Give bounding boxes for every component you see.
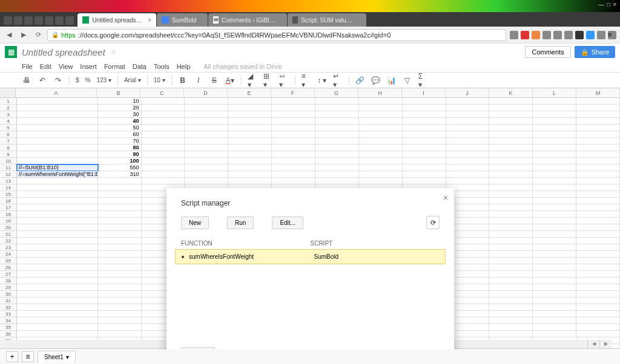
cell-G9[interactable] [315, 151, 359, 158]
row-header[interactable]: 24 [0, 251, 17, 258]
cell-A5[interactable] [17, 125, 98, 131]
cell-G1[interactable] [315, 98, 359, 105]
row-header[interactable]: 15 [0, 191, 17, 198]
cell-K13[interactable] [489, 178, 533, 184]
cell-A13[interactable] [17, 178, 98, 184]
cell-A25[interactable] [17, 258, 98, 264]
cell-C11[interactable] [142, 164, 185, 171]
cell-K23[interactable] [489, 244, 533, 251]
cell-L7[interactable] [533, 138, 576, 145]
cell-G3[interactable] [315, 111, 359, 118]
cell-A28[interactable] [17, 278, 98, 284]
cell-E1[interactable] [228, 98, 272, 105]
italic-icon[interactable]: I [194, 76, 203, 85]
cell-I12[interactable] [403, 171, 446, 178]
redo-icon[interactable]: ↷ [53, 76, 63, 85]
cell-E3[interactable] [228, 111, 272, 118]
cell-E10[interactable] [228, 158, 272, 164]
row-header[interactable]: 26 [0, 264, 17, 271]
browser-tab[interactable]: SumBold× [157, 13, 208, 27]
cell-L36[interactable] [533, 331, 576, 337]
cell-L18[interactable] [533, 211, 576, 218]
row-header[interactable]: 25 [0, 258, 17, 264]
cell-B8[interactable]: 80 [98, 145, 142, 151]
cell-J9[interactable] [446, 151, 490, 158]
cell-I5[interactable] [403, 125, 446, 131]
cell-A22[interactable] [17, 238, 98, 244]
cell-H3[interactable] [359, 111, 403, 118]
cell-L4[interactable] [533, 118, 576, 125]
cell-L12[interactable] [533, 171, 576, 178]
cell-I1[interactable] [403, 98, 446, 105]
row-header[interactable]: 21 [0, 231, 17, 238]
cell-J13[interactable] [446, 178, 490, 184]
cell-K5[interactable] [489, 125, 533, 131]
cell-D5[interactable] [185, 125, 228, 131]
col-header-L[interactable]: L [533, 88, 576, 97]
script-row[interactable]: sumWhereIsFontWeight SumBold [175, 249, 446, 264]
cell-B15[interactable] [98, 191, 142, 198]
dialog-close-icon[interactable]: × [443, 193, 448, 203]
sheet-tab[interactable]: Sheet1 ▾ [38, 351, 76, 363]
cell-F1[interactable] [272, 98, 315, 105]
link-icon[interactable]: 🔗 [355, 76, 365, 85]
cell-H11[interactable] [359, 164, 403, 171]
fill-color-icon[interactable]: ◢ ▾ [248, 76, 257, 85]
col-header-J[interactable]: J [446, 88, 489, 97]
tray-icon[interactable] [55, 16, 64, 25]
cell-A7[interactable] [17, 138, 98, 145]
cell-K3[interactable] [489, 111, 533, 118]
cell-K16[interactable] [489, 198, 533, 204]
row-header[interactable]: 11 [0, 164, 17, 171]
reload-icon[interactable]: ⟳ [33, 30, 44, 41]
filter-icon[interactable]: ▽ [403, 76, 412, 85]
cell-B30[interactable] [98, 291, 142, 297]
tray-icon[interactable] [35, 16, 43, 25]
cell-C7[interactable] [142, 138, 185, 145]
doc-title[interactable]: Untitled spreadsheet [22, 47, 105, 57]
cell-L21[interactable] [533, 231, 576, 238]
cell-F7[interactable] [272, 138, 315, 145]
menu-tools[interactable]: Tools [154, 63, 170, 70]
row-header[interactable]: 16 [0, 198, 17, 204]
chevron-down-icon[interactable]: ▾ [66, 354, 69, 360]
col-header-C[interactable]: C [140, 88, 184, 97]
cell-C5[interactable] [142, 125, 185, 131]
col-header-F[interactable]: F [271, 88, 315, 97]
cell-C3[interactable] [142, 111, 185, 118]
cell-F4[interactable] [272, 118, 315, 125]
cell-G13[interactable] [315, 178, 359, 184]
cell-M16[interactable] [576, 198, 620, 204]
cell-L5[interactable] [533, 125, 576, 131]
menu-file[interactable]: File [22, 63, 33, 70]
tab-close-icon[interactable]: × [358, 17, 362, 24]
cell-B25[interactable] [98, 258, 142, 264]
row-header[interactable]: 8 [0, 145, 17, 151]
cell-L33[interactable] [533, 311, 576, 317]
cell-M22[interactable] [576, 238, 620, 244]
cell-B22[interactable] [98, 238, 142, 244]
ext-icon[interactable] [575, 31, 584, 39]
cell-B18[interactable] [98, 211, 142, 218]
cell-A4[interactable] [17, 118, 98, 125]
cell-K26[interactable] [489, 264, 533, 271]
cell-H10[interactable] [359, 158, 403, 164]
valign-icon[interactable]: ↕ ▾ [317, 76, 327, 85]
cell-M32[interactable] [576, 304, 620, 311]
row-header[interactable]: 9 [0, 151, 17, 158]
row-header[interactable]: 33 [0, 311, 17, 317]
cell-H4[interactable] [359, 118, 403, 125]
ext-icon[interactable] [510, 31, 518, 39]
menu-format[interactable]: Format [104, 63, 125, 70]
cell-C2[interactable] [142, 105, 185, 111]
cell-B34[interactable] [98, 317, 142, 324]
cell-B12[interactable]: 310 [98, 171, 142, 178]
cell-K32[interactable] [489, 304, 533, 311]
row-header[interactable]: 23 [0, 244, 17, 251]
cell-G12[interactable] [315, 171, 359, 178]
cell-D2[interactable] [185, 105, 228, 111]
cell-M35[interactable] [576, 324, 620, 331]
cell-M18[interactable] [576, 211, 620, 218]
cell-K12[interactable] [489, 171, 533, 178]
cell-B31[interactable] [98, 297, 142, 304]
